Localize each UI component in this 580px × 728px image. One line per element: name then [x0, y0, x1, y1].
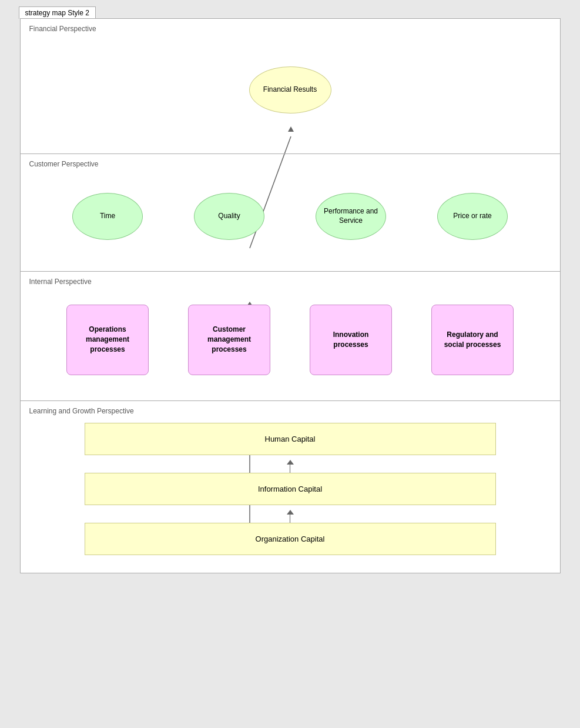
diagram-container: Financial Perspective Financial Results …	[20, 18, 561, 573]
learning-perspective: Learning and Growth Perspective Human Ca…	[21, 401, 560, 573]
customer-label: Customer Perspective	[29, 160, 551, 168]
learning-label: Learning and Growth Perspective	[29, 407, 551, 415]
customer-node-performance: Performance and Service	[316, 193, 386, 240]
customer-node-quality: Quality	[194, 193, 264, 240]
learning-node-human: Human Capital	[85, 423, 496, 455]
internal-node-operations: Operations management processes	[66, 305, 149, 375]
financial-results-node: Financial Results	[249, 66, 331, 113]
internal-perspective: Internal Perspective Operations manageme…	[21, 272, 560, 401]
customer-node-price: Price or rate	[437, 193, 508, 240]
financial-perspective: Financial Perspective Financial Results	[21, 19, 560, 154]
internal-node-innovation: Innovation processes	[310, 305, 392, 375]
internal-label: Internal Perspective	[29, 278, 551, 286]
customer-node-time: Time	[72, 193, 143, 240]
customer-perspective: Customer Perspective Time Quality Perfor…	[21, 154, 560, 272]
internal-node-regulatory: Regulatory and social processes	[431, 305, 514, 375]
financial-label: Financial Perspective	[29, 25, 551, 33]
internal-node-customer-mgmt: Customer management processes	[188, 305, 270, 375]
diagram-title: strategy map Style 2	[19, 6, 96, 19]
learning-node-information: Information Capital	[85, 473, 496, 505]
learning-node-organization: Organization Capital	[85, 523, 496, 555]
